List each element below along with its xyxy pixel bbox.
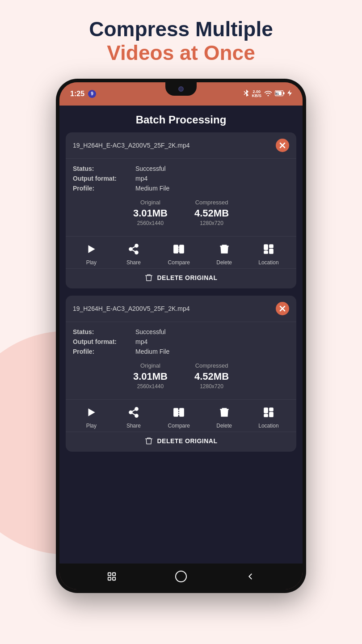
- format-value-1: mp4: [135, 175, 147, 182]
- format-label-2: Output format:: [73, 338, 135, 345]
- card-filename-1: 19_H264H_E-AC3_A200V5_25F_2K.mp4: [73, 142, 272, 149]
- share-label-1: Share: [126, 259, 141, 266]
- phone-shell: 1:25 9: [56, 79, 306, 593]
- svg-rect-29: [174, 408, 178, 416]
- compare-icon-2: [171, 404, 187, 420]
- card-info-1: Status: Successful Output format: mp4 Pr…: [66, 159, 296, 236]
- svg-rect-36: [264, 414, 268, 416]
- status-label-2: Status:: [73, 328, 135, 335]
- svg-rect-21: [269, 249, 273, 254]
- svg-rect-34: [264, 408, 268, 413]
- profile-value-1: Medium File: [135, 185, 169, 192]
- app-title: Batch Processing: [136, 114, 227, 126]
- headline-line1: Compress Multiple: [89, 18, 273, 41]
- original-label-1: Original: [133, 199, 168, 206]
- speed-unit: KB/S: [252, 94, 261, 98]
- play-label-1: Play: [86, 259, 97, 266]
- location-button-1[interactable]: Location: [258, 241, 278, 266]
- compare-label-1: Compare: [168, 259, 190, 266]
- play-button-2[interactable]: Play: [83, 404, 99, 429]
- delete-label-1: Delete: [216, 259, 232, 266]
- svg-rect-13: [174, 245, 178, 253]
- svg-rect-38: [108, 573, 111, 576]
- card-header-1: 19_H264H_E-AC3_A200V5_25F_2K.mp4: [66, 132, 296, 159]
- profile-row-2: Profile: Medium File: [73, 348, 289, 355]
- play-button-1[interactable]: Play: [83, 241, 99, 266]
- svg-rect-39: [108, 577, 111, 580]
- phone-notch: [165, 82, 197, 96]
- svg-rect-18: [264, 245, 268, 250]
- compressed-dim-1: 1280x720: [194, 220, 229, 226]
- delete-original-button-2[interactable]: DELETE ORIGINAL: [66, 432, 296, 452]
- compressed-size-2: 4.52MB: [194, 371, 229, 382]
- status-right: 2.00 KB/S: [244, 89, 292, 98]
- share-button-2[interactable]: Share: [126, 404, 142, 429]
- delete-original-button-1[interactable]: DELETE ORIGINAL: [66, 268, 296, 288]
- svg-line-28: [132, 410, 135, 411]
- delete-button-1[interactable]: Delete: [216, 241, 232, 266]
- card-filename-2: 19_H264H_E-AC3_A200V5_25F_2K.mp4: [73, 305, 272, 312]
- card-actions-2: Play Share Compare Delete Location: [66, 399, 296, 432]
- svg-line-1: [244, 93, 246, 95]
- original-label-2: Original: [133, 362, 168, 369]
- share-button-1[interactable]: Share: [126, 241, 142, 266]
- play-label-2: Play: [86, 423, 97, 429]
- format-label-1: Output format:: [73, 175, 135, 182]
- svg-rect-19: [269, 245, 273, 248]
- profile-label-1: Profile:: [73, 185, 135, 192]
- status-label-1: Status:: [73, 165, 135, 172]
- card-actions-1: Play Share Compare Delete Location: [66, 236, 296, 268]
- video-cards-list: 19_H264H_E-AC3_A200V5_25F_2K.mp4 Status:…: [59, 132, 303, 564]
- delete-button-2[interactable]: Delete: [216, 404, 232, 429]
- card-header-2: 19_H264H_E-AC3_A200V5_25F_2K.mp4: [66, 296, 296, 322]
- delete-icon-2: [216, 404, 232, 420]
- svg-rect-40: [113, 573, 115, 576]
- svg-text:91: 91: [275, 92, 279, 95]
- data-speed-indicator: 2.00 KB/S: [252, 90, 261, 98]
- location-icon-1: [261, 241, 277, 257]
- card-close-button-2[interactable]: [276, 302, 289, 315]
- battery-icon: 91: [275, 90, 285, 97]
- phone-mockup: 1:25 9: [56, 79, 306, 593]
- share-label-2: Share: [126, 423, 141, 429]
- share-icon-2: [126, 404, 142, 420]
- compare-button-2[interactable]: Compare: [168, 404, 190, 429]
- delete-label-2: Delete: [216, 423, 232, 429]
- svg-rect-14: [180, 245, 184, 253]
- compare-button-1[interactable]: Compare: [168, 241, 190, 266]
- svg-rect-37: [269, 412, 273, 417]
- compressed-label-2: Compressed: [194, 362, 229, 369]
- compressed-size-col-2: Compressed 4.52MB 1280x720: [194, 362, 229, 390]
- compare-label-2: Compare: [168, 423, 190, 429]
- app-title-bar: Batch Processing: [59, 106, 303, 132]
- delete-original-label-2: DELETE ORIGINAL: [157, 437, 217, 445]
- video-card-1: 19_H264H_E-AC3_A200V5_25F_2K.mp4 Status:…: [66, 132, 296, 288]
- status-value-2: Successful: [135, 328, 166, 335]
- svg-line-11: [132, 250, 135, 251]
- compressed-label-1: Compressed: [194, 199, 229, 206]
- compare-icon-1: [171, 241, 187, 257]
- format-row-1: Output format: mp4: [73, 175, 289, 182]
- svg-point-10: [135, 251, 138, 254]
- compressed-size-1: 4.52MB: [194, 208, 229, 219]
- card-info-2: Status: Successful Output format: mp4 Pr…: [66, 322, 296, 399]
- svg-rect-30: [180, 408, 184, 416]
- nav-recent-apps-button[interactable]: [104, 568, 120, 585]
- location-label-1: Location: [258, 259, 278, 266]
- profile-row-1: Profile: Medium File: [73, 185, 289, 192]
- app-content: Batch Processing 19_H264H_E-AC3_A200V5_2…: [59, 106, 303, 589]
- bluetooth-icon: [244, 89, 249, 98]
- location-button-2[interactable]: Location: [258, 404, 278, 429]
- play-icon-2: [83, 404, 99, 420]
- svg-line-27: [132, 413, 135, 415]
- card-close-button-1[interactable]: [276, 139, 289, 152]
- original-size-2: 3.01MB: [133, 371, 168, 382]
- original-size-col-1: Original 3.01MB 2560x1440: [133, 199, 168, 226]
- nav-back-button[interactable]: [242, 568, 258, 585]
- svg-rect-20: [264, 251, 268, 253]
- nav-home-button[interactable]: [173, 568, 189, 585]
- delete-original-label-1: DELETE ORIGINAL: [157, 274, 217, 281]
- status-notification-count: 9: [88, 90, 96, 98]
- charging-icon: [287, 90, 292, 97]
- svg-point-25: [129, 411, 132, 414]
